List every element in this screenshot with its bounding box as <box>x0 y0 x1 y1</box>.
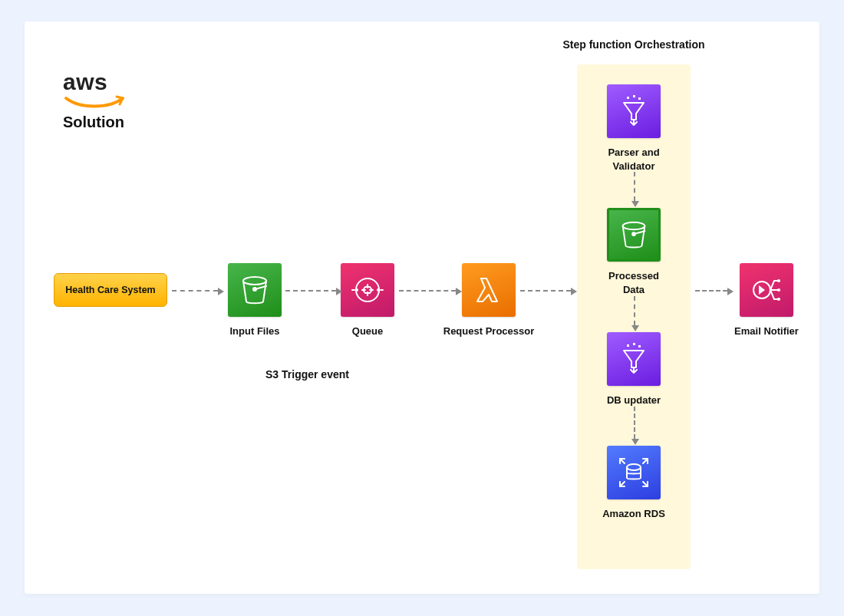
glue-funnel-db-icon <box>607 332 661 386</box>
parser-validator-node: Parser and Validator <box>592 84 675 173</box>
amazon-rds-label: Amazon RDS <box>592 507 675 521</box>
glue-funnel-icon <box>607 84 661 138</box>
svg-point-9 <box>777 298 780 301</box>
queue-label: Queue <box>333 324 402 338</box>
svg-point-8 <box>777 288 780 292</box>
arrow-processor-to-orch <box>520 290 571 292</box>
health-care-system-node: Health Care System <box>54 273 167 307</box>
svg-rect-12 <box>638 97 641 100</box>
aws-solution-label: Solution <box>63 114 129 131</box>
arrow-queue-to-processor <box>399 290 456 292</box>
s3-trigger-label: S3 Trigger event <box>265 368 349 380</box>
svg-point-4 <box>355 288 358 292</box>
db-updater-node: DB updater <box>592 332 675 407</box>
email-notifier-node: Email Notifier <box>724 263 809 338</box>
health-care-system-label: Health Care System <box>65 285 155 295</box>
input-files-node: Input Files <box>220 263 289 338</box>
email-notifier-label: Email Notifier <box>724 324 809 338</box>
rds-icon <box>607 446 661 499</box>
input-files-label: Input Files <box>220 324 289 338</box>
processed-data-label: Processed Data <box>592 269 675 296</box>
request-processor-node: Request Processor <box>439 263 539 338</box>
s3-bucket-processed-icon <box>607 208 661 262</box>
aws-wordmark: aws <box>63 69 129 95</box>
arrow-input-to-queue <box>285 290 336 292</box>
aws-logo: aws Solution <box>63 69 129 131</box>
processed-data-node: Processed Data <box>592 208 675 296</box>
arrow-parser-to-processed <box>634 172 635 201</box>
arrow-processed-to-updater <box>634 296 635 325</box>
svg-point-5 <box>377 288 380 292</box>
arrow-updater-to-rds <box>634 407 635 439</box>
svg-rect-10 <box>627 97 629 99</box>
diagram-canvas: aws Solution Step function Orchestration… <box>25 21 819 594</box>
svg-point-13 <box>623 222 645 230</box>
arrow-hcs-to-input <box>172 290 218 292</box>
svg-rect-17 <box>638 345 641 348</box>
svg-point-0 <box>243 277 266 285</box>
svg-point-1 <box>253 288 256 291</box>
email-notifier-icon <box>740 263 793 317</box>
aws-smile-icon <box>63 95 129 112</box>
s3-bucket-icon <box>228 263 282 317</box>
arrow-orch-to-notifier <box>695 290 727 292</box>
orchestration-title: Step function Orchestration <box>554 38 714 51</box>
svg-rect-15 <box>627 344 629 347</box>
queue-icon <box>341 263 394 317</box>
queue-node: Queue <box>333 263 402 338</box>
amazon-rds-node: Amazon RDS <box>592 446 675 521</box>
db-updater-label: DB updater <box>592 394 675 407</box>
health-care-system-pill: Health Care System <box>54 273 167 307</box>
svg-point-2 <box>356 278 379 301</box>
svg-point-14 <box>632 232 635 236</box>
parser-validator-label: Parser and Validator <box>592 146 675 173</box>
svg-point-7 <box>777 279 780 282</box>
svg-rect-11 <box>633 95 635 97</box>
svg-point-18 <box>627 464 641 470</box>
request-processor-label: Request Processor <box>439 324 539 338</box>
lambda-icon <box>462 263 516 317</box>
svg-rect-16 <box>633 343 635 345</box>
